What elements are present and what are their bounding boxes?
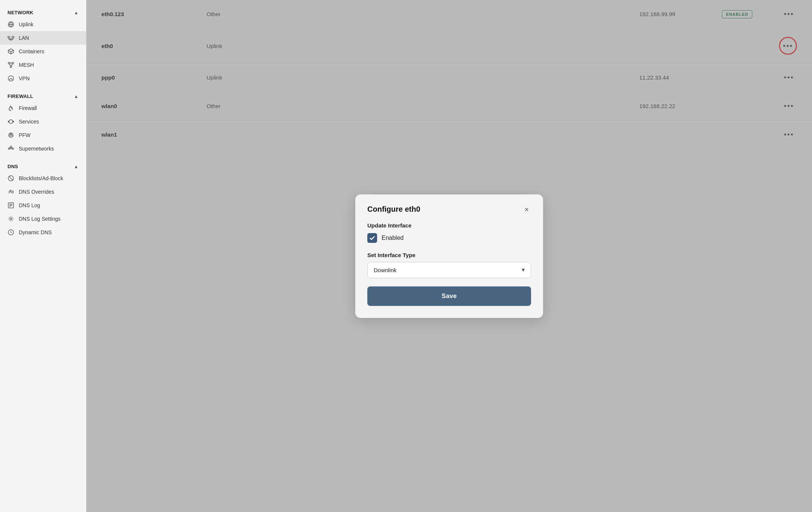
svg-rect-13 <box>8 62 10 64</box>
svg-line-31 <box>9 176 13 181</box>
vpn-icon <box>8 75 14 82</box>
dns-section-label: DNS <box>8 164 18 169</box>
network-chevron-icon: ▲ <box>74 10 78 15</box>
sidebar-item-dns-log-settings[interactable]: DNS Log Settings <box>0 212 86 226</box>
sidebar-item-dynamic-dns[interactable]: Dynamic DNS <box>0 226 86 239</box>
dynamic-dns-icon <box>8 229 14 236</box>
sidebar-item-firewall-label: Firewall <box>19 105 37 111</box>
modal-close-button[interactable]: × <box>522 205 531 214</box>
dns-log-icon <box>8 202 14 209</box>
dns-chevron-icon: ▲ <box>74 164 78 169</box>
sidebar-item-dns-log-settings-label: DNS Log Settings <box>19 216 60 222</box>
sidebar-item-lan[interactable]: LAN <box>0 31 86 45</box>
enabled-checkbox-label: Enabled <box>382 235 404 241</box>
services-icon <box>8 118 14 125</box>
sidebar: NETWORK ▲ Uplink LAN <box>0 0 86 512</box>
sidebar-item-dns-log[interactable]: DNS Log <box>0 199 86 212</box>
interface-type-select[interactable]: Downlink Uplink Other <box>367 262 531 278</box>
sidebar-item-pfw[interactable]: PFW <box>0 128 86 142</box>
sidebar-item-dynamic-dns-label: Dynamic DNS <box>19 229 52 235</box>
sidebar-item-services[interactable]: Services <box>0 115 86 128</box>
pfw-icon <box>8 132 14 139</box>
enabled-checkbox[interactable] <box>367 233 377 243</box>
sidebar-item-services-label: Services <box>19 119 39 125</box>
sidebar-item-uplink[interactable]: Uplink <box>0 18 86 31</box>
firewall-section-label: FIREWALL <box>8 93 33 99</box>
svg-point-26 <box>10 146 12 148</box>
sidebar-item-mesh-label: MESH <box>19 62 34 68</box>
svg-rect-14 <box>12 62 14 64</box>
modal-overlay: Configure eth0 × Update Interface Enable… <box>86 0 812 512</box>
update-interface-label: Update Interface <box>367 222 531 229</box>
sidebar-item-containers[interactable]: Containers <box>0 45 86 58</box>
network-section-header[interactable]: NETWORK ▲ <box>0 6 86 18</box>
sidebar-item-mesh[interactable]: MESH <box>0 58 86 72</box>
svg-line-28 <box>9 148 11 148</box>
svg-line-17 <box>11 64 13 66</box>
sidebar-item-uplink-label: Uplink <box>19 21 33 27</box>
sidebar-item-supernetworks[interactable]: Supernetworks <box>0 142 86 155</box>
enabled-checkbox-row: Enabled <box>367 233 531 243</box>
sidebar-item-firewall[interactable]: Firewall <box>0 101 86 115</box>
block-icon <box>8 175 14 182</box>
set-interface-type-label: Set Interface Type <box>367 252 531 258</box>
configure-eth0-modal: Configure eth0 × Update Interface Enable… <box>355 194 543 318</box>
firewall-section-header[interactable]: FIREWALL ▲ <box>0 90 86 101</box>
svg-line-11 <box>8 50 11 52</box>
svg-point-37 <box>10 218 12 220</box>
sidebar-item-lan-label: LAN <box>19 35 29 41</box>
dns-overrides-icon <box>8 188 14 195</box>
svg-line-12 <box>11 50 14 52</box>
dns-section-header[interactable]: DNS ▲ <box>0 160 86 172</box>
fire-icon <box>8 105 14 111</box>
interface-type-select-wrapper: Downlink Uplink Other ▼ <box>367 262 531 278</box>
sidebar-item-pfw-label: PFW <box>19 132 30 138</box>
save-button[interactable]: Save <box>367 286 531 306</box>
main-content: eth0.123 Other 192.168.99.99 ENABLED •••… <box>86 0 812 512</box>
supernetworks-icon <box>8 145 14 152</box>
lan-icon <box>8 35 14 41</box>
sidebar-item-vpn-label: VPN <box>19 75 30 81</box>
svg-line-18 <box>9 64 11 66</box>
svg-line-29 <box>11 148 13 148</box>
sidebar-item-vpn[interactable]: VPN <box>0 72 86 85</box>
globe-icon <box>8 21 14 28</box>
sidebar-item-dns-overrides[interactable]: DNS Overrides <box>0 185 86 199</box>
network-section-label: NETWORK <box>8 10 33 15</box>
sidebar-item-blocklists[interactable]: Blocklists/Ad-Block <box>0 172 86 185</box>
mesh-icon <box>8 62 14 68</box>
svg-rect-15 <box>10 66 12 68</box>
svg-rect-5 <box>12 36 14 38</box>
sidebar-item-supernetworks-label: Supernetworks <box>19 146 54 152</box>
box-icon <box>8 48 14 55</box>
sidebar-item-blocklists-label: Blocklists/Ad-Block <box>19 175 63 181</box>
sidebar-item-dns-log-label: DNS Log <box>19 202 40 208</box>
dns-log-settings-icon <box>8 215 14 222</box>
firewall-chevron-icon: ▲ <box>74 94 78 99</box>
modal-header: Configure eth0 × <box>367 205 531 214</box>
modal-title: Configure eth0 <box>367 205 420 214</box>
sidebar-item-dns-overrides-label: DNS Overrides <box>19 189 54 195</box>
svg-rect-3 <box>8 36 10 38</box>
sidebar-item-containers-label: Containers <box>19 48 44 54</box>
